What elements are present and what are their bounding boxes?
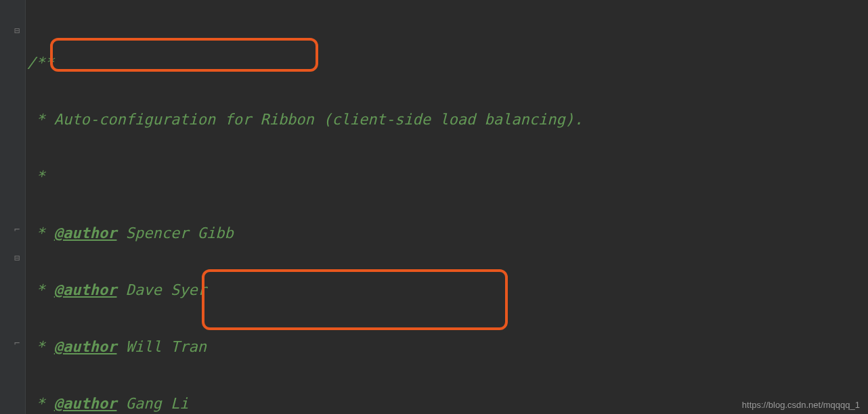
editor-gutter: ⊟ ⌐ ⊟ ⌐	[0, 0, 26, 414]
javadoc-author-name: Gang Li	[116, 395, 188, 412]
fold-end-icon[interactable]: ⌐	[12, 338, 22, 348]
javadoc-author-tag: @author	[54, 225, 117, 242]
fold-end-icon[interactable]: ⌐	[12, 225, 22, 234]
javadoc-start: /**	[27, 54, 54, 71]
javadoc-author-name: Spencer Gibb	[116, 225, 233, 242]
javadoc-author-tag: @author	[54, 338, 117, 355]
javadoc-line: *	[27, 111, 54, 128]
javadoc-line: *	[27, 281, 54, 298]
fold-collapse-icon[interactable]: ⊟	[12, 253, 22, 262]
javadoc-line: *	[27, 168, 45, 185]
javadoc-line: *	[27, 338, 54, 355]
watermark-text: https://blog.csdn.net/mqqqq_1	[742, 400, 860, 410]
fold-collapse-icon[interactable]: ⊟	[12, 26, 22, 35]
javadoc-author-tag: @author	[54, 281, 117, 298]
javadoc-author-name: Will Tran	[116, 338, 206, 355]
javadoc-line: *	[27, 225, 54, 242]
javadoc-author-name: Dave Syer	[116, 281, 206, 298]
javadoc-author-tag: @author	[54, 395, 117, 412]
javadoc-description: Auto-configuration for Ribbon (client-si…	[54, 111, 583, 128]
code-editor-content[interactable]: /** * Auto-configuration for Ribbon (cli…	[27, 20, 610, 414]
javadoc-line: *	[27, 395, 54, 412]
